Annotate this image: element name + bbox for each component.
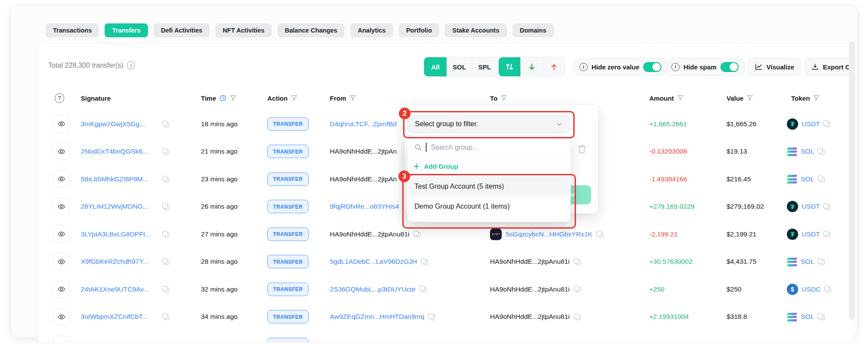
action-badge[interactable]: TRANSFER: [267, 310, 309, 324]
segment-all[interactable]: All: [424, 57, 447, 76]
filter-icon[interactable]: [677, 95, 684, 102]
question-icon[interactable]: ?: [55, 93, 64, 103]
copy-icon[interactable]: [574, 258, 581, 265]
hide-spam-toggle[interactable]: [720, 62, 739, 72]
copy-icon[interactable]: [162, 230, 169, 238]
action-badge[interactable]: TRANSFER: [267, 227, 309, 241]
action-badge[interactable]: TRANSFER: [267, 337, 309, 342]
scrollbar[interactable]: [849, 41, 855, 320]
copy-icon[interactable]: [818, 175, 825, 183]
filter-icon[interactable]: [230, 95, 237, 102]
tab-portfolio[interactable]: Portfolio: [399, 23, 440, 37]
action-badge[interactable]: TRANSFER: [267, 200, 309, 213]
copy-icon[interactable]: [818, 313, 825, 321]
tab-nft-activities[interactable]: NFT Activities: [215, 23, 272, 37]
export-csv-button[interactable]: Export CSV: [804, 58, 854, 76]
to-address-link[interactable]: 5sGqzcybcN...HHGbxYRx1K: [506, 230, 592, 238]
segment-spl[interactable]: SPL: [472, 57, 497, 76]
token-link[interactable]: SOL: [801, 258, 814, 265]
action-badge[interactable]: TRANSFER: [267, 145, 309, 158]
preview-button[interactable]: [53, 198, 70, 215]
tab-stake-accounts[interactable]: Stake Accounts: [445, 23, 506, 37]
segment-sol[interactable]: SOL: [447, 57, 472, 76]
sort-asc-button[interactable]: [543, 57, 565, 76]
trash-icon[interactable]: [577, 143, 587, 154]
copy-icon[interactable]: [823, 120, 830, 128]
preview-button[interactable]: [53, 253, 70, 270]
tab-transfers[interactable]: Transfers: [105, 23, 148, 37]
preview-button[interactable]: [53, 170, 70, 188]
preview-button[interactable]: [53, 143, 70, 160]
copy-icon[interactable]: [421, 258, 428, 265]
group-search-input[interactable]: [430, 143, 571, 152]
token-link[interactable]: USDT: [802, 230, 820, 238]
sort-desc-button[interactable]: [521, 57, 543, 76]
hide-zero-value-toggle[interactable]: [643, 62, 661, 72]
clock-icon[interactable]: [219, 94, 227, 102]
preview-button[interactable]: [53, 336, 70, 342]
copy-icon[interactable]: [824, 285, 831, 293]
filter-icon[interactable]: [349, 95, 356, 102]
copy-icon[interactable]: [818, 148, 825, 155]
action-badge[interactable]: TRANSFER: [267, 282, 309, 296]
preview-button[interactable]: [53, 308, 70, 325]
filter-icon[interactable]: [746, 95, 753, 102]
signature-link[interactable]: 24tAK1Xne9UTC9Av...: [81, 285, 149, 293]
copy-icon[interactable]: [823, 230, 830, 238]
sort-both-button[interactable]: [499, 57, 521, 76]
copy-icon[interactable]: [419, 285, 426, 293]
token-link[interactable]: SOL: [801, 147, 814, 155]
copy-icon[interactable]: [818, 258, 825, 265]
visualize-button[interactable]: Visualize: [748, 58, 801, 76]
filter-icon[interactable]: [813, 95, 820, 102]
signature-link[interactable]: 2NodDxT4bnQGSk6...: [81, 147, 148, 155]
signature-link[interactable]: 28YLiM12WvjMDNG...: [81, 203, 148, 210]
copy-icon[interactable]: [162, 120, 169, 128]
from-address-link[interactable]: Aw9ZEqGZmn...HmHTDan9mq: [330, 313, 424, 321]
action-badge[interactable]: TRANSFER: [267, 255, 309, 269]
signature-link[interactable]: 5tbLb5MhkGZt8P8M...: [81, 175, 148, 183]
signature-link[interactable]: 3mKgpw2GwjX5Gg...: [81, 120, 145, 128]
copy-icon[interactable]: [574, 313, 581, 321]
tab-analytics[interactable]: Analytics: [350, 23, 393, 37]
action-badge[interactable]: TRANSFER: [267, 172, 309, 186]
copy-icon[interactable]: [162, 313, 169, 321]
preview-button[interactable]: [53, 281, 70, 298]
filter-icon[interactable]: [500, 95, 507, 102]
preview-button[interactable]: [53, 226, 70, 243]
copy-icon[interactable]: [162, 285, 169, 293]
copy-icon[interactable]: [428, 313, 435, 321]
token-link[interactable]: USDT: [802, 120, 820, 128]
from-address-link[interactable]: 5gdL1ADebC...LaV96DzGJH: [330, 258, 417, 265]
from-address-link[interactable]: D4qhruLTCF...ZpmfBd: [330, 120, 397, 128]
tab-balance-changes[interactable]: Balance Changes: [277, 23, 345, 37]
copy-icon[interactable]: [162, 175, 169, 183]
from-address-link[interactable]: 9fqjRDfxRe...o83YHis4: [330, 203, 399, 210]
signature-link[interactable]: 3LYptA3LBxLG8DPFt...: [81, 230, 151, 238]
token-link[interactable]: SOL: [801, 313, 814, 321]
copy-icon[interactable]: [414, 230, 421, 238]
group-option-demo[interactable]: Demo Group Account (1 items): [409, 197, 569, 216]
group-select-dropdown[interactable]: Select group to filter.: [408, 115, 570, 133]
action-badge[interactable]: TRANSFER: [267, 117, 309, 131]
copy-icon[interactable]: [574, 285, 581, 293]
from-address-link[interactable]: 2SJ6GQMubL...p3tDUYUcte: [330, 285, 415, 293]
signature-link[interactable]: X9fGbKeRZchdh97Y...: [81, 258, 148, 265]
tab-domains[interactable]: Domains: [513, 23, 554, 37]
filter-icon[interactable]: [291, 95, 298, 102]
copy-icon[interactable]: [823, 203, 830, 210]
token-link[interactable]: USDT: [802, 203, 820, 210]
copy-icon[interactable]: [162, 203, 169, 210]
info-icon[interactable]: i: [127, 61, 135, 69]
token-link[interactable]: USDC: [802, 285, 821, 293]
copy-icon[interactable]: [596, 230, 603, 238]
copy-icon[interactable]: [162, 148, 169, 155]
tab-transactions[interactable]: Transactions: [46, 23, 99, 37]
preview-button[interactable]: [53, 115, 70, 133]
copy-icon[interactable]: [162, 258, 169, 265]
group-option-test[interactable]: Test Group Account (5 items): [409, 177, 569, 197]
add-group-button[interactable]: Add Group: [408, 158, 570, 174]
tab-defi-activities[interactable]: Defi Activities: [154, 23, 210, 37]
token-link[interactable]: SOL: [801, 175, 814, 183]
signature-link[interactable]: 3utWbpmXZCnifCbT...: [81, 313, 148, 321]
